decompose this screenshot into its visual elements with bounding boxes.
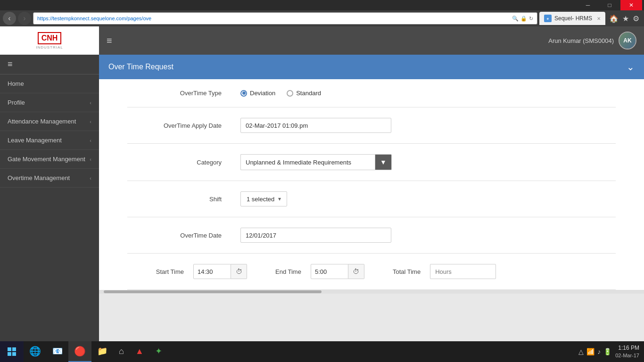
sidebar-item-attendance[interactable]: Attendance Management ‹ (0, 112, 99, 131)
shift-caret-icon: ▾ (278, 196, 281, 202)
overtime-panel: Over Time Request ⌄ OverTime Type (99, 55, 644, 294)
ot-date-input[interactable] (240, 228, 391, 243)
minimize-button[interactable]: ─ (577, 0, 599, 10)
panel-collapse-icon[interactable]: ⌄ (627, 61, 635, 73)
end-time-group: End Time ⏱ (275, 264, 364, 279)
folder-icon: 📁 (97, 346, 107, 356)
taskbar-excel[interactable]: ✦ (149, 341, 168, 362)
back-button[interactable]: ‹ (3, 12, 16, 25)
dropdown-arrow-icon: ▼ (380, 158, 387, 166)
ie-icon: 🌐 (29, 346, 41, 357)
shift-selected-text: 1 selected (247, 196, 274, 203)
address-bar[interactable]: https://testempkonnect.sequelone.com/pag… (33, 12, 537, 25)
end-time-input[interactable] (311, 264, 348, 279)
category-label: Category (127, 159, 222, 166)
apply-date-input[interactable] (240, 118, 391, 133)
volume-icon[interactable]: ♪ (597, 348, 601, 355)
settings-icon[interactable]: ⚙ (633, 14, 639, 23)
outlook-icon: 📧 (52, 346, 63, 356)
taskbar-outlook[interactable]: 📧 (47, 341, 68, 362)
deviation-label: Deviation (250, 90, 275, 97)
shift-label: Shift (127, 196, 222, 203)
shift-multiselect[interactable]: 1 selected ▾ (240, 191, 287, 206)
sidebar-item-overtime[interactable]: Overtime Management ‹ (0, 169, 99, 188)
forward-button[interactable]: › (18, 12, 31, 25)
standard-label: Standard (296, 90, 321, 97)
tab-close-icon[interactable]: ✕ (597, 16, 601, 21)
active-tab[interactable]: e Sequel- HRMS ✕ (539, 12, 605, 25)
menu-toggle[interactable]: ≡ (0, 55, 99, 74)
start-time-input[interactable] (193, 264, 231, 279)
excel-icon: ✦ (155, 346, 162, 356)
overtime-type-label: OverTime Type (127, 90, 222, 97)
sidebar-item-home[interactable]: Home (0, 74, 99, 93)
end-time-clock-btn[interactable]: ⏱ (348, 264, 364, 279)
overtime-type-row: OverTime Type Deviation Standard (127, 79, 616, 107)
hamburger-icon[interactable]: ≡ (107, 35, 112, 46)
sidebar-item-leave[interactable]: Leave Management ‹ (0, 131, 99, 150)
start-button[interactable] (0, 341, 24, 362)
total-time-label: Total Time (393, 268, 421, 275)
ot-date-label: OverTime Date (127, 232, 222, 239)
leave-arrow-icon: ‹ (90, 138, 91, 143)
apply-date-row: OverTime Apply Date (127, 107, 616, 144)
start-time-label: Start Time (127, 268, 184, 275)
apply-date-label: OverTime Apply Date (127, 122, 222, 129)
end-clock-icon: ⏱ (353, 268, 359, 275)
deviation-radio-circle[interactable] (240, 90, 247, 97)
start-time-group: Start Time ⏱ (127, 264, 247, 279)
total-time-group: Total Time (393, 264, 496, 279)
radio-group: Deviation Standard (240, 90, 321, 97)
taskbar-chrome[interactable]: 🔴 (68, 341, 91, 362)
category-select-arrow[interactable]: ▼ (375, 154, 392, 170)
overtime-arrow-icon: ‹ (90, 175, 91, 181)
scroll-bar[interactable] (99, 290, 644, 294)
total-time-input[interactable] (430, 264, 496, 279)
gate-arrow-icon: ‹ (90, 156, 91, 162)
taskbar-acrobat[interactable]: ▲ (130, 341, 149, 362)
taskbar-ie[interactable]: 🌐 (24, 341, 47, 362)
scroll-thumb (104, 290, 322, 293)
start-clock-icon: ⏱ (236, 268, 242, 275)
taskbar-time: 1:16 PM (615, 345, 639, 352)
home-icon[interactable]: 🏠 (609, 14, 619, 23)
taskbar: 🌐 📧 🔴 📁 ⌂ ▲ ✦ △ 📶 ♪ (0, 341, 644, 362)
end-time-label: End Time (275, 268, 301, 275)
sidebar-item-profile[interactable]: Profile ‹ (0, 93, 99, 112)
category-select[interactable]: Unplanned & Immediate RequirementsPlanne… (240, 154, 375, 170)
taskbar-clock[interactable]: 1:16 PM 02-Mar-17 (615, 345, 639, 359)
taskbar-home[interactable]: ⌂ (113, 341, 130, 362)
taskbar-folder[interactable]: 📁 (91, 341, 113, 362)
url-text: https://testempkonnect.sequelone.com/pag… (37, 16, 151, 21)
sidebar-item-gate[interactable]: Gate Movement Mangement ‹ (0, 150, 99, 169)
favorites-icon[interactable]: ★ (622, 14, 629, 23)
content-area: Over Time Request ⌄ OverTime Type (99, 55, 644, 341)
app-header: ≡ Arun Kumar (SMS0004) AK (99, 26, 644, 55)
start-time-clock-btn[interactable]: ⏱ (231, 264, 247, 279)
battery-icon[interactable]: 🔋 (603, 348, 611, 355)
show-hidden-icon[interactable]: △ (578, 348, 584, 355)
close-button[interactable]: ✕ (620, 0, 642, 10)
logo-subtext: INDUSTRIAL (36, 45, 63, 49)
tab-label: Sequel- HRMS (554, 15, 592, 22)
category-row: Category Unplanned & Immediate Requireme… (127, 144, 616, 181)
panel-header: Over Time Request ⌄ (99, 55, 644, 79)
browser-chrome: ─ □ ✕ ‹ › https://testempkonnect.sequelo… (0, 0, 644, 26)
radio-standard[interactable]: Standard (287, 90, 321, 97)
shift-row: Shift 1 selected ▾ (127, 181, 616, 217)
radio-deviation[interactable]: Deviation (240, 90, 275, 97)
time-row: Start Time ⏱ End Time (127, 254, 616, 290)
chrome-icon: 🔴 (74, 346, 86, 357)
attendance-arrow-icon: ‹ (90, 119, 91, 124)
taskbar-date: 02-Mar-17 (615, 352, 639, 359)
sidebar: CNH INDUSTRIAL ≡ Home Profile ‹ Attendan… (0, 26, 99, 341)
sidebar-logo: CNH INDUSTRIAL (0, 26, 99, 55)
maximize-button[interactable]: □ (599, 0, 620, 10)
acrobat-icon: ▲ (135, 346, 144, 356)
taskbar-systray: △ 📶 ♪ 🔋 (578, 348, 611, 355)
network-icon[interactable]: 📶 (586, 348, 594, 355)
standard-radio-circle[interactable] (287, 90, 293, 97)
user-name: Arun Kumar (SMS0004) (548, 37, 614, 44)
tab-favicon: e (544, 15, 552, 22)
user-avatar: AK (619, 32, 636, 49)
